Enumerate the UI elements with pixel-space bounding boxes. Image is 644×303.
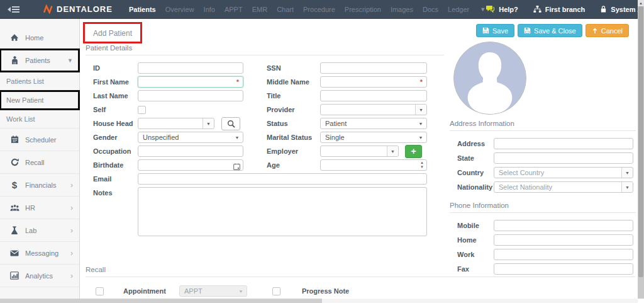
status-label: Status bbox=[267, 120, 320, 127]
gender-value: Unspecified bbox=[138, 134, 231, 141]
title-input[interactable] bbox=[320, 90, 427, 101]
nav-tab-chart[interactable]: Chart bbox=[277, 6, 294, 13]
hamburger-icon bbox=[12, 6, 19, 13]
sidebar-item-financials[interactable]: $ Financials › bbox=[0, 174, 79, 197]
horizontal-scrollbar[interactable] bbox=[0, 299, 638, 303]
patient-avatar[interactable] bbox=[453, 42, 526, 115]
nav-tab-docs[interactable]: Docs bbox=[423, 6, 438, 13]
sidebar-item-patients-list[interactable]: Patients List bbox=[0, 72, 79, 91]
nav-tab-ledger[interactable]: Ledger bbox=[448, 6, 469, 13]
navbar-right: Help? First branch System Administrator … bbox=[486, 5, 644, 13]
home-phone-input[interactable] bbox=[494, 234, 633, 246]
provider-dropdown[interactable]: ▼ bbox=[320, 104, 427, 115]
first-name-input[interactable] bbox=[138, 76, 243, 88]
sidebar-item-lab[interactable]: Lab › bbox=[0, 219, 79, 242]
calendar-icon[interactable] bbox=[233, 161, 240, 173]
mobile-input[interactable] bbox=[494, 220, 633, 231]
nav-tab-procedure[interactable]: Procedure bbox=[303, 6, 335, 13]
self-checkbox[interactable] bbox=[138, 106, 146, 114]
state-input[interactable] bbox=[494, 152, 633, 164]
collapse-arrow-icon bbox=[8, 7, 11, 12]
cancel-button[interactable]: Cancel bbox=[586, 24, 629, 37]
marital-status-label: Marital Status bbox=[267, 134, 320, 141]
form-row: Address bbox=[450, 136, 636, 151]
marital-status-dropdown[interactable]: Single ▼ bbox=[320, 132, 427, 143]
sidebar-item-label: Home bbox=[25, 34, 43, 42]
people-group-icon bbox=[9, 204, 20, 212]
nav-tab-info[interactable]: Info bbox=[204, 6, 215, 13]
notes-textarea[interactable] bbox=[138, 187, 427, 236]
id-input[interactable] bbox=[138, 62, 243, 74]
form-row: Mobile bbox=[450, 218, 636, 232]
search-icon bbox=[227, 120, 235, 128]
ssn-label: SSN bbox=[267, 64, 320, 72]
country-dropdown[interactable]: Select Country ▼ bbox=[494, 167, 633, 178]
save-close-button[interactable]: Save & Close bbox=[518, 24, 582, 37]
main-content: Add Patient Save Save & Close Cancel Pat… bbox=[80, 19, 638, 299]
ssn-input[interactable] bbox=[320, 62, 427, 74]
chevron-down-icon: ▼ bbox=[203, 118, 214, 129]
nav-more-chevron-down-icon[interactable]: ▼ bbox=[480, 6, 486, 13]
save-button[interactable]: Save bbox=[476, 24, 514, 37]
nav-tab-patients[interactable]: Patients bbox=[129, 6, 156, 13]
nav-tab-appt[interactable]: APPT bbox=[225, 6, 243, 13]
work-phone-input[interactable] bbox=[494, 249, 633, 260]
sidebar-item-recall[interactable]: Recall bbox=[0, 151, 79, 174]
home-phone-label: Home bbox=[450, 236, 494, 244]
sidebar-item-messaging[interactable]: Messaging › bbox=[0, 242, 79, 265]
horizontal-scrollbar-thumb[interactable] bbox=[0, 299, 322, 303]
scroll-up-arrow-icon[interactable]: ▲ bbox=[638, 0, 644, 6]
vertical-scrollbar-thumb[interactable] bbox=[638, 6, 643, 277]
middle-name-label: Middle Name bbox=[267, 78, 320, 86]
sidebar-item-patients[interactable]: Patients ▼ bbox=[0, 49, 79, 72]
sidebar-item-label: Messaging bbox=[25, 249, 58, 257]
sidebar-item-home[interactable]: Home bbox=[0, 26, 79, 49]
required-asterisk: * bbox=[236, 78, 239, 86]
sidebar-item-analytics[interactable]: Analytics › bbox=[0, 265, 79, 287]
age-stepper[interactable]: ▲▼ bbox=[420, 161, 424, 169]
occupation-input[interactable] bbox=[138, 146, 243, 157]
last-name-input[interactable] bbox=[138, 90, 243, 101]
status-dropdown[interactable]: Patient ▼ bbox=[320, 118, 427, 129]
appointment-checkbox[interactable] bbox=[96, 287, 104, 295]
address-input[interactable] bbox=[494, 138, 633, 149]
sidebar-item-new-patient[interactable]: New Patient bbox=[0, 91, 79, 110]
sidebar-collapse-icon[interactable] bbox=[8, 6, 19, 13]
form-row: Last Name Title bbox=[80, 89, 445, 103]
progress-note-checkbox[interactable] bbox=[272, 287, 280, 295]
house-head-dropdown[interactable]: ▼ bbox=[138, 118, 214, 129]
form-row: Work bbox=[450, 247, 636, 261]
age-input[interactable] bbox=[320, 159, 427, 171]
email-input[interactable] bbox=[138, 173, 427, 185]
nav-tab-emr[interactable]: EMR bbox=[252, 6, 267, 13]
employer-label: Employer bbox=[267, 147, 320, 155]
house-head-search-button[interactable] bbox=[221, 117, 240, 130]
middle-name-input[interactable] bbox=[320, 76, 427, 88]
recall-row: Appointment APPT ▼ Progress Note bbox=[86, 285, 635, 297]
nav-tab-overview[interactable]: Overview bbox=[165, 6, 194, 13]
birthdate-input[interactable] bbox=[138, 159, 243, 171]
help-button[interactable]: Help? bbox=[486, 5, 518, 13]
gender-dropdown[interactable]: Unspecified ▼ bbox=[138, 132, 243, 143]
brand-logo[interactable]: DENTALORE bbox=[43, 4, 113, 14]
add-employer-button[interactable]: + bbox=[405, 145, 422, 158]
sidebar-item-label: Analytics bbox=[25, 272, 53, 280]
notes-label: Notes bbox=[80, 187, 138, 197]
nav-tab-images[interactable]: Images bbox=[391, 6, 413, 13]
employer-dropdown[interactable]: ▼ bbox=[320, 146, 399, 157]
vertical-scrollbar[interactable]: ▲ bbox=[638, 0, 644, 299]
sidebar-item-scheduler[interactable]: Scheduler bbox=[0, 129, 79, 151]
sidebar-item-work-list[interactable]: Work List bbox=[0, 110, 79, 129]
brand-name: DENTALORE bbox=[57, 4, 113, 14]
sidebar-item-hr[interactable]: HR › bbox=[0, 197, 79, 219]
person-silhouette-icon bbox=[454, 42, 526, 114]
nav-tab-prescription[interactable]: Prescription bbox=[345, 6, 381, 13]
nationality-dropdown[interactable]: Select Nationality ▼ bbox=[494, 181, 633, 193]
sidebar-item-label: HR bbox=[25, 204, 35, 212]
address-info-header: Address Information bbox=[450, 120, 636, 131]
branch-selector[interactable]: First branch bbox=[533, 5, 586, 13]
home-icon bbox=[9, 33, 20, 42]
form-row: ID SSN bbox=[80, 61, 445, 75]
chevron-down-icon: ▼ bbox=[415, 135, 426, 140]
age-label: Age bbox=[267, 161, 320, 169]
